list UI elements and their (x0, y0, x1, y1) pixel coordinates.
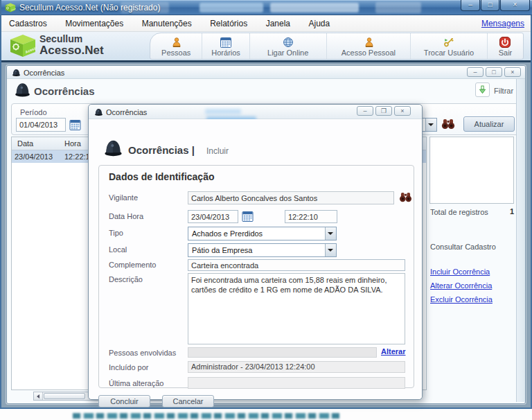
page-title: Ocorrências (34, 85, 95, 97)
menu-manutencoes[interactable]: Manutenções (134, 15, 200, 28)
dialog-titlebar[interactable]: Ocorrências – ❐ × (89, 105, 422, 119)
calendar-icon (220, 37, 231, 48)
dialog-title: Ocorrências (106, 108, 147, 116)
brand-name: Secullum (39, 33, 82, 44)
child-window-title: Ocorrências (24, 69, 64, 77)
restore-button[interactable]: ❐ (375, 106, 392, 116)
cancelar-button[interactable]: Cancelar (162, 395, 214, 408)
pessoas-envolvidas-field (188, 347, 377, 358)
close-button[interactable]: × (500, 0, 530, 11)
child-window-controls: – □ × (465, 67, 521, 77)
brand-product: Acesso.Net (39, 44, 104, 58)
complemento-input[interactable] (188, 259, 405, 271)
keys-icon (443, 37, 454, 48)
helmet-icon (14, 81, 31, 98)
toolbar-acesso-pessoal-button[interactable]: Acesso Pessoal (327, 33, 411, 59)
app-logo-icon (5, 2, 16, 13)
menu-ajuda[interactable]: Ajuda (301, 15, 337, 28)
scroll-left-arrow[interactable] (34, 392, 43, 400)
title-bar: Secullum Acesso.Net (Não registrado) – □… (1, 0, 532, 15)
toolbar-pessoas-button[interactable]: Pessoas (150, 33, 202, 59)
ultima-alteracao-label: Última alteração (109, 379, 163, 387)
dialog-body: Ocorrências | Incluir Dados de Identific… (89, 119, 422, 399)
consultar-cadastro-label: Consultar Cadastro (430, 243, 496, 251)
column-header-hora[interactable]: Hora (64, 137, 81, 150)
main-toolbar: Pessoas Horários Ligar Online Acesso Pes… (150, 33, 524, 60)
power-icon (499, 37, 511, 48)
close-icon[interactable]: × (504, 67, 521, 77)
local-label: Local (109, 245, 127, 254)
chevron-down-icon[interactable] (325, 227, 336, 240)
calendar-icon[interactable] (69, 119, 81, 130)
blurred-text (205, 109, 241, 114)
descricao-textarea[interactable]: Foi encontrada uma carteira com 15,88 re… (188, 273, 405, 344)
helmet-icon (103, 138, 123, 157)
period-start-date-input[interactable] (16, 118, 66, 132)
brand-toolbar-row: Secullum Acesso.Net Pessoas Horários Lig… (1, 32, 531, 60)
window-controls: – □ × (460, 0, 530, 11)
minimize-button[interactable]: – (357, 106, 373, 116)
person-icon (363, 37, 374, 48)
helmet-icon (12, 68, 21, 77)
minimize-button[interactable]: – (467, 67, 484, 77)
dialog-header-mode: Incluir (206, 146, 229, 156)
data-hora-label: Data Hora (109, 212, 143, 220)
concluir-button[interactable]: Concluir (98, 395, 150, 408)
column-header-data[interactable]: Data (12, 137, 64, 150)
tipo-select[interactable]: Achados e Prerdidos (188, 227, 337, 240)
time-input[interactable] (285, 210, 337, 223)
descricao-label: Descrição (109, 275, 143, 283)
minimize-button[interactable]: – (461, 0, 480, 11)
pessoas-envolvidas-label: Pessoas envolvidas (109, 349, 176, 357)
toolbar-trocar-usuario-button[interactable]: Trocar Usuário (411, 33, 488, 59)
ultima-alteracao-field (188, 377, 405, 389)
menu-cadastros[interactable]: Cadastros (1, 15, 55, 28)
vigilante-input[interactable] (188, 191, 394, 204)
complemento-label: Complemento (109, 261, 156, 269)
menu-movimentacoes[interactable]: Movimentações (57, 15, 131, 28)
helmet-icon (94, 107, 103, 116)
binoculars-icon[interactable] (399, 192, 412, 202)
atualizar-button[interactable]: Atualizar (463, 116, 515, 132)
menu-relatorios[interactable]: Relatórios (202, 15, 255, 28)
excluir-ocorrencia-link[interactable]: Excluir Ocorrência (430, 295, 493, 304)
incluir-ocorrencia-link[interactable]: Incluir Ocorrência (430, 268, 490, 276)
section-title: Dados de Identificação (109, 171, 214, 182)
maximize-button[interactable]: □ (486, 67, 502, 77)
toolbar-sair-button[interactable]: Sair (488, 33, 523, 59)
chevron-down-icon[interactable] (325, 244, 336, 256)
vertical-scrollbar[interactable] (516, 79, 525, 402)
period-label: Período (20, 108, 47, 116)
scrollbar-thumb[interactable] (44, 393, 85, 399)
filter-button-label[interactable]: Filtrar (494, 87, 513, 95)
cell-data: 23/04/2013 (12, 150, 64, 163)
toolbar-horarios-button[interactable]: Horários (202, 33, 249, 59)
toolbar-ligar-online-button[interactable]: Ligar Online (250, 33, 327, 59)
alterar-ocorrencia-link[interactable]: Alterar Ocorrência (430, 281, 492, 290)
blurred-background-tab (121, 2, 169, 13)
download-arrow-icon (479, 85, 486, 94)
bottom-strip (0, 409, 532, 420)
filter-button[interactable] (475, 82, 490, 97)
incluido-por-field: Administrador - 23/04/2013 12:24:00 (188, 361, 405, 373)
maximize-button[interactable]: □ (481, 0, 499, 11)
secullum-cube-logo (9, 33, 37, 58)
binoculars-icon[interactable] (441, 119, 455, 130)
person-icon (170, 37, 181, 48)
chevron-down-icon[interactable] (425, 119, 436, 131)
alterar-link[interactable]: Alterar (381, 347, 405, 356)
dialog-window-controls: – ❐ × (355, 106, 411, 116)
close-icon[interactable]: × (394, 106, 411, 116)
total-registros-value: 1 (499, 207, 514, 216)
incluido-por-label: Incluído por (109, 363, 148, 371)
blurred-background-tab (200, 3, 263, 12)
menu-bar: Cadastros Movimentações Manutenções Rela… (1, 15, 531, 32)
identification-section: Dados de Identificação Vigilante Data Ho… (98, 165, 414, 388)
local-select[interactable]: Pátio da Empresa (188, 243, 337, 257)
blurred-watermark (73, 413, 339, 419)
ocorrencias-window-titlebar[interactable]: Ocorrências – □ × (7, 66, 525, 79)
calendar-icon[interactable] (242, 211, 254, 222)
menu-janela[interactable]: Janela (258, 15, 298, 28)
date-input[interactable] (188, 210, 238, 223)
mensagens-link[interactable]: Mensagens (481, 19, 524, 28)
